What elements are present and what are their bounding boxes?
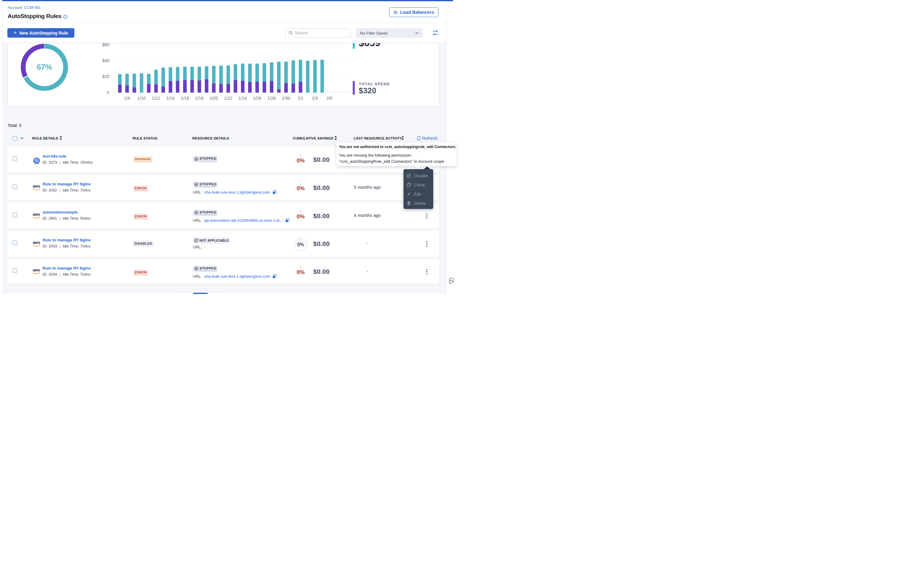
svg-text:1/10: 1/10 [137, 96, 146, 101]
svg-text:1/12: 1/12 [152, 96, 160, 101]
svg-text:$60: $60 [102, 43, 109, 47]
svg-text:$20: $20 [102, 74, 109, 79]
svg-text:0: 0 [107, 90, 109, 95]
svg-text:2/1: 2/1 [298, 96, 304, 101]
svg-text:1/20: 1/20 [209, 96, 218, 101]
svg-text:1/16: 1/16 [181, 96, 189, 101]
svg-text:2/3: 2/3 [312, 96, 318, 101]
svg-text:1/18: 1/18 [195, 96, 203, 101]
svg-text:$40: $40 [102, 58, 109, 63]
svg-text:1/22: 1/22 [224, 96, 232, 101]
svg-text:2/5: 2/5 [326, 96, 332, 101]
svg-text:1/28: 1/28 [267, 96, 275, 101]
svg-text:1/14: 1/14 [166, 96, 175, 101]
svg-text:1/8: 1/8 [124, 96, 130, 101]
svg-text:1/30: 1/30 [282, 96, 290, 101]
svg-text:1/26: 1/26 [253, 96, 261, 101]
svg-text:1/24: 1/24 [238, 96, 247, 101]
